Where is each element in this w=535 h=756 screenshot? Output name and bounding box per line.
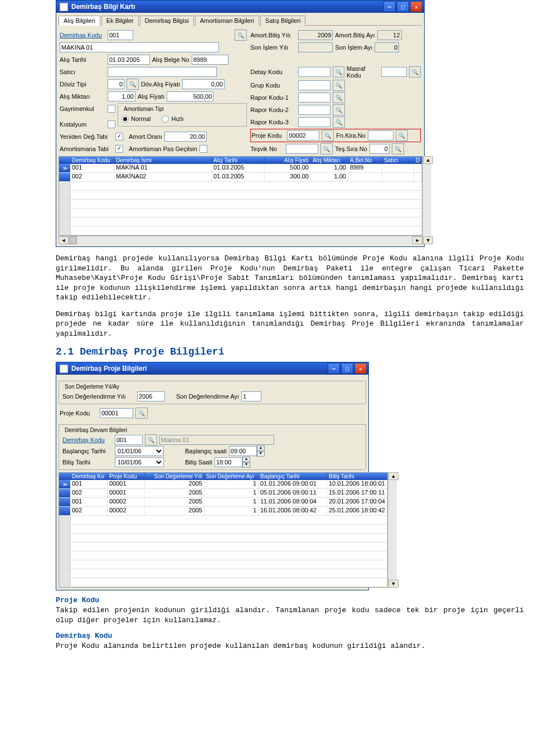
titlebar[interactable]: Demirbaş Bilgi Kartı – □ ✕ [56, 1, 424, 13]
close-button[interactable]: ✕ [354, 363, 367, 374]
input-tesvik-no[interactable] [286, 144, 318, 154]
scroll-down-icon[interactable]: ▼ [423, 236, 433, 244]
input-alis-belge-no[interactable] [192, 55, 228, 65]
tab-ek-bilgiler[interactable]: Ek Bilgiler [101, 16, 139, 26]
input-tes-sira-no[interactable] [369, 144, 390, 154]
checkbox-amortismana-tabi[interactable]: ✓ [115, 145, 123, 153]
table-row[interactable]: 002000012005105.01.2006 09:00:1115.01.20… [59, 489, 387, 498]
input-son-deg-yili[interactable] [137, 391, 165, 401]
spinner-down-icon[interactable]: ▼ [257, 451, 265, 457]
col-demirbas-ismi[interactable]: Demirbaş İsmi [114, 157, 212, 164]
checkbox-yeniden-deg-tabi[interactable]: ✓ [115, 133, 123, 140]
input-alis-fiyati[interactable] [167, 91, 213, 101]
radio-normal[interactable] [121, 115, 129, 123]
lookup-icon[interactable]: 🔍 [320, 143, 333, 154]
col-alis-tarihi[interactable]: Alış Tarihi [212, 157, 265, 164]
input-demirbas-kodu[interactable] [115, 435, 143, 445]
maximize-button[interactable]: □ [397, 1, 409, 12]
input-rapor-kodu-3[interactable] [298, 117, 330, 127]
input-grup-kodu[interactable] [298, 80, 330, 90]
lookup-icon[interactable]: 🔍 [127, 79, 139, 90]
maximize-button[interactable]: □ [341, 363, 353, 374]
close-button[interactable]: ✕ [410, 1, 422, 12]
input-masraf-kodu[interactable] [381, 67, 407, 77]
lookup-icon[interactable]: 🔍 [235, 30, 247, 41]
spinner-down-icon[interactable]: ▼ [242, 462, 250, 468]
tab-satis-bilgileri[interactable]: Satış Bilgileri [260, 16, 306, 26]
input-fn-kira-no[interactable] [368, 130, 393, 140]
label-demirbas-kodu[interactable]: Demirbaş Kodu [62, 437, 113, 443]
input-detay-kodu[interactable] [298, 67, 330, 77]
grid-demirbas-list[interactable]: Demirbaş Kodu Demirbaş İsmi Alış Tarihi … [59, 156, 422, 236]
input-proje-kodu[interactable] [100, 408, 133, 418]
input-alis-tarihi[interactable] [108, 55, 150, 65]
lookup-icon[interactable]: 🔍 [135, 408, 148, 419]
col-satici[interactable]: Satıcı [382, 157, 414, 164]
input-alis-miktari[interactable] [108, 91, 135, 101]
scroll-thumb[interactable] [69, 236, 77, 244]
scrollbar-horizontal[interactable]: ◄ ► [59, 236, 422, 244]
table-row[interactable]: 001000022005111.01.2006 08:00:0420.01.20… [59, 498, 387, 507]
input-satici[interactable] [108, 67, 217, 77]
lookup-icon[interactable]: 🔍 [145, 434, 157, 445]
lookup-icon[interactable]: 🔍 [322, 130, 334, 141]
lookup-icon[interactable]: 🔍 [396, 130, 408, 141]
table-row[interactable]: ≫001MAKİNA 0101.03.2005500,001,008989 [59, 164, 422, 173]
lookup-icon[interactable]: 🔍 [392, 143, 404, 154]
input-dov-alis-fiyati[interactable] [182, 79, 225, 89]
scroll-down-icon[interactable]: ▼ [388, 580, 398, 588]
input-son-deg-ayi[interactable] [241, 391, 261, 401]
spinner-up-icon[interactable]: ▲ [257, 445, 265, 451]
lookup-icon[interactable]: 🔍 [333, 92, 345, 103]
col-alis-miktari[interactable]: Alış Miktarı [311, 157, 348, 164]
titlebar[interactable]: Demirbaş Proje Bilgileri – □ ✕ [56, 362, 368, 375]
scroll-right-icon[interactable]: ► [412, 236, 422, 244]
tab-alis-bilgileri[interactable]: Alış Bilgileri [59, 16, 100, 26]
spinner-up-icon[interactable]: ▲ [242, 457, 250, 462]
input-doviz-tipi[interactable] [108, 79, 124, 89]
input-proje-kodu[interactable] [287, 130, 319, 140]
input-rapor-kodu-1[interactable] [298, 93, 330, 103]
table-row[interactable]: ≫001000012005101.01.2006 09:00:0110.01.2… [59, 480, 387, 489]
table-row[interactable]: 002000022005116.01.2006 08:00:4225.01.20… [59, 507, 387, 516]
grid-proje-list[interactable]: Demirbaş Ko Proje Kodu Son Değerleme Yıl… [59, 472, 388, 588]
input-amort-orani[interactable] [164, 132, 207, 142]
lookup-icon[interactable]: 🔍 [409, 66, 421, 77]
col-demirbas-ko[interactable]: Demirbaş Ko [70, 473, 108, 480]
input-bitis-saati[interactable] [215, 457, 242, 467]
checkbox-gayrimenkul[interactable] [108, 105, 115, 113]
select-baslangic-tarihi[interactable]: 01/01/06 [115, 446, 164, 456]
minimize-button[interactable]: – [328, 363, 340, 374]
tab-demirbas-bilgisi[interactable]: Demirbaş Bilgisi [140, 16, 194, 26]
col-son-deg-yili[interactable]: Son Değerleme Yılı [145, 473, 205, 480]
input-demirbas-kodu[interactable] [108, 30, 133, 40]
col-d[interactable]: D [414, 157, 422, 164]
input-rapor-kodu-2[interactable] [298, 105, 330, 115]
col-a-bel-no[interactable]: A.Bel.No [348, 157, 382, 164]
col-son-deg-ayi[interactable]: Son Değerleme Ayı [205, 473, 259, 480]
col-demirbas-kodu[interactable]: Demirbaş Kodu [70, 157, 114, 164]
col-alis-fiyati[interactable]: Alış Fiyatı [265, 157, 311, 164]
table-row[interactable]: 002MAKİNA0201.03.2005300,001,00 [59, 173, 422, 182]
checkbox-amortisman-pas[interactable] [200, 145, 207, 153]
tab-amortisman-bilgileri[interactable]: Amortisman Bilgileri [195, 16, 259, 26]
scroll-up-icon[interactable]: ▲ [388, 472, 398, 480]
select-bitis-tarihi[interactable]: 10/01/06 [115, 457, 164, 467]
radio-hizli[interactable] [162, 115, 169, 123]
scrollbar-vertical[interactable]: ▲ ▼ [388, 472, 397, 588]
lookup-icon[interactable]: 🔍 [333, 66, 344, 77]
col-proje-kodu[interactable]: Proje Kodu [108, 473, 145, 480]
col-bitis-tarihi[interactable]: Bitiş Tarihi [327, 473, 387, 480]
scroll-up-icon[interactable]: ▲ [423, 156, 433, 164]
checkbox-kistalyum[interactable] [108, 120, 115, 128]
input-demirbas-ismi[interactable] [60, 42, 219, 52]
scroll-left-icon[interactable]: ◄ [59, 236, 69, 244]
lookup-icon[interactable]: 🔍 [333, 104, 345, 115]
col-baslangic-tarihi[interactable]: Başlangıç Tarihi [259, 473, 327, 480]
lookup-icon[interactable]: 🔍 [333, 117, 345, 128]
lookup-icon[interactable]: 🔍 [333, 80, 345, 91]
input-baslangic-saati[interactable] [229, 446, 257, 456]
minimize-button[interactable]: – [383, 1, 396, 12]
scrollbar-vertical[interactable]: ▲ ▼ [422, 156, 431, 244]
label-demirbas-kodu[interactable]: Demirbaş Kodu [60, 32, 105, 38]
